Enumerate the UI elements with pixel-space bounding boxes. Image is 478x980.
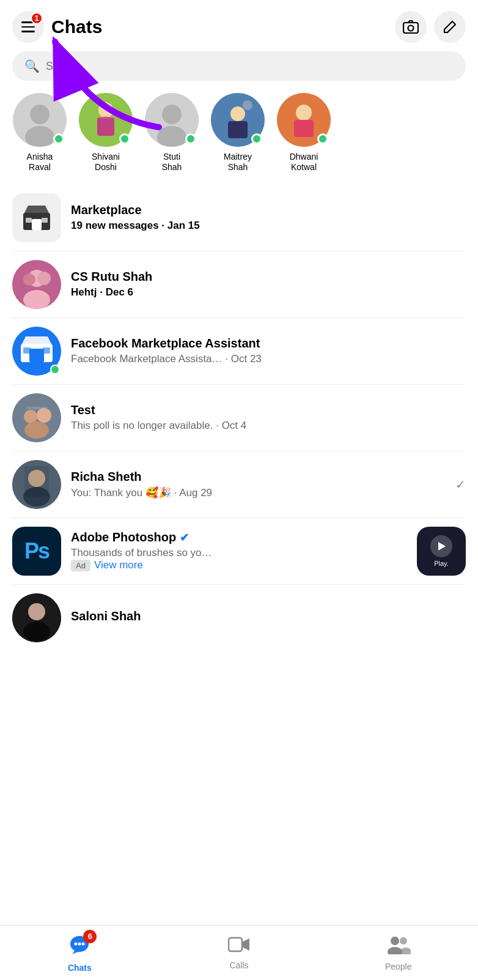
view-more-link[interactable]: View more [94,559,143,571]
chat-name-adobe-photoshop: Adobe Photoshop ✔ [71,530,407,544]
svg-point-54 [400,948,411,954]
camera-button[interactable] [395,11,427,43]
chat-content-fb-marketplace-assistant: Facebook Marketplace Assistant Facebook … [71,336,466,365]
bottom-nav: 6 Chats Calls People [0,925,478,980]
online-indicator-fb-marketplace [50,365,60,374]
header: 1 Chats [0,0,478,51]
contact-name-shivani: ShivaniDoshi [92,152,120,173]
chat-item-cs-rutu-shah[interactable]: CS Rutu Shah Hehtj · Dec 6 [0,251,478,317]
chat-content-saloni-shah: Saloni Shah [71,609,466,626]
svg-point-7 [98,102,113,118]
chat-avatar-test: compliance [12,393,61,442]
svg-point-1 [408,26,414,31]
chat-item-test[interactable]: compliance Test This poll is no longer a… [0,385,478,451]
svg-point-37 [24,421,49,439]
chat-preview-fb-marketplace-assistant: Facebook Marketplace Assista… · Oct 23 [71,353,466,365]
svg-point-48 [78,942,81,945]
chat-avatar-saloni-shah [12,593,61,642]
chat-avatar-cs-rutu-shah [12,260,61,309]
online-indicator [317,133,328,144]
svg-rect-31 [23,347,31,354]
chat-item-fb-marketplace-assistant[interactable]: Facebook Marketplace Assistant Facebook … [0,318,478,384]
contact-item-stuti[interactable]: StutiShah [144,93,199,173]
contact-avatar-wrapper-shivani [79,93,133,147]
nav-item-calls[interactable]: Calls [160,926,319,980]
menu-button[interactable]: 1 [12,11,44,43]
chat-meta-richa-sheth: ✓ [455,477,466,492]
contact-item-anisha[interactable]: AnishaRaval [12,93,67,173]
chat-list: Marketplace 19 new messages · Jan 15 CS … [0,185,478,651]
play-label: Play. [434,560,449,567]
chat-item-marketplace[interactable]: Marketplace 19 new messages · Jan 15 [0,185,478,251]
chat-name-fb-marketplace-assistant: Facebook Marketplace Assistant [71,336,466,351]
contact-name-maitrey: MaitreyShah [224,152,252,173]
svg-point-17 [296,105,312,121]
page-title: Chats [51,17,395,37]
people-nav-icon [386,935,411,959]
svg-point-27 [37,272,51,285]
play-triangle-icon [436,541,447,552]
compose-icon [443,20,457,34]
svg-rect-21 [26,218,32,223]
contact-name-dhwani: DhwaniKotwal [290,152,318,173]
ad-image-adobe: Play. [417,527,466,576]
marketplace-store-icon [22,204,51,231]
contact-item-shivani[interactable]: ShivaniDoshi [78,93,133,173]
chat-content-marketplace: Marketplace 19 new messages · Jan 15 [71,203,466,232]
menu-notification-badge: 1 [31,12,43,24]
search-bar[interactable]: 🔍 [12,51,466,81]
svg-rect-8 [97,117,114,136]
chat-avatar-adobe-photoshop: Ps [12,527,61,576]
chat-preview-test: This poll is no longer available. · Oct … [71,420,466,432]
test-avatar-icon: compliance [12,393,61,442]
chat-avatar-marketplace [12,193,61,242]
contact-item-dhwani[interactable]: DhwaniKotwal [276,93,331,173]
svg-point-44 [28,603,45,620]
contact-avatar-wrapper-dhwani [277,93,331,147]
svg-point-53 [400,937,407,945]
calls-video-icon [228,936,250,953]
nav-item-people[interactable]: People [318,926,478,980]
svg-point-49 [82,942,85,945]
chat-preview-marketplace: 19 new messages · Jan 15 [71,220,466,232]
chat-content-test: Test This poll is no longer available. ·… [71,403,466,432]
svg-marker-42 [438,542,446,551]
svg-point-4 [30,105,50,124]
contact-item-maitrey[interactable]: MaitreyShah [210,93,265,173]
svg-point-13 [230,106,245,121]
search-icon: 🔍 [24,59,40,73]
svg-point-52 [388,947,402,954]
svg-rect-50 [229,938,242,951]
chat-item-adobe-photoshop[interactable]: Ps Adobe Photoshop ✔ Thousands of brushe… [0,518,478,584]
camera-icon [403,20,419,34]
verified-badge-icon: ✔ [180,531,189,544]
nav-item-chats[interactable]: 6 Chats [0,926,160,980]
read-receipt-icon: ✓ [455,477,466,492]
chats-nav-icon: 6 [68,934,90,960]
richa-avatar-icon [12,460,61,509]
svg-point-15 [243,100,252,110]
play-button-icon [430,535,452,557]
svg-rect-14 [228,121,248,138]
svg-point-10 [162,105,182,124]
compose-button[interactable] [434,11,466,43]
chat-content-richa-sheth: Richa Sheth You: Thank you 🥰🎉 · Aug 29 [71,470,446,499]
svg-rect-22 [42,218,48,223]
svg-point-26 [23,273,35,286]
online-indicator [185,133,196,144]
svg-point-47 [75,942,78,945]
svg-point-51 [391,937,399,945]
chat-name-richa-sheth: Richa Sheth [71,470,446,484]
ad-row: Ad View more [71,559,407,571]
people-icon [386,935,411,954]
online-indicator [119,133,130,144]
chat-item-richa-sheth[interactable]: Richa Sheth You: Thank you 🥰🎉 · Aug 29 ✓ [0,451,478,518]
svg-rect-20 [32,219,42,230]
search-input[interactable] [46,60,454,73]
chat-name-saloni-shah: Saloni Shah [71,609,466,623]
chat-item-saloni-shah[interactable]: Saloni Shah [0,585,478,651]
chats-nav-badge: 6 [83,930,97,943]
chat-preview-richa-sheth: You: Thank you 🥰🎉 · Aug 29 [71,486,446,499]
contact-avatar-wrapper-anisha [13,93,67,147]
contacts-row: AnishaRaval ShivaniDoshi [0,91,478,185]
